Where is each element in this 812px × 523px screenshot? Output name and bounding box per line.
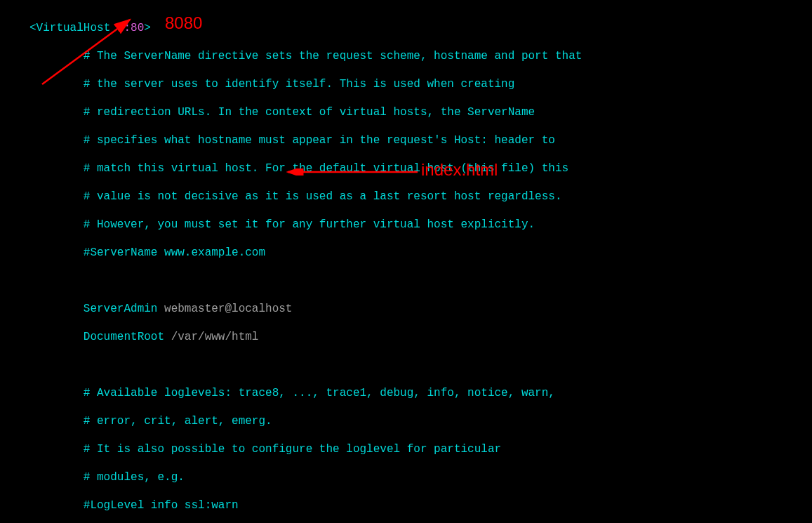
- code-line: # modules, e.g.: [29, 470, 812, 484]
- code-line: # It is also possible to configure the l…: [29, 442, 812, 456]
- code-line: #LogLevel info ssl:warn: [29, 498, 812, 512]
- code-line: # the server uses to identify itself. Th…: [29, 77, 812, 91]
- code-editor[interactable]: <VirtualHost *:80> # The ServerName dire…: [0, 7, 812, 523]
- code-line: # Available loglevels: trace8, ..., trac…: [29, 386, 812, 400]
- code-line: # The ServerName directive sets the requ…: [29, 49, 812, 63]
- code-line: DocumentRoot /var/www/html: [29, 330, 812, 344]
- code-line: #ServerName www.example.com: [29, 246, 812, 260]
- code-line: [29, 358, 812, 372]
- code-line: # match this virtual host. For the defau…: [29, 161, 812, 176]
- code-line: # specifies what hostname must appear in…: [29, 133, 812, 147]
- code-line: # However, you must set it for any furth…: [29, 218, 812, 232]
- code-line: # error, crit, alert, emerg.: [29, 414, 812, 428]
- code-line: <VirtualHost *:80>: [29, 21, 812, 35]
- code-line: # value is not decisive as it is used as…: [29, 190, 812, 204]
- code-line: ServerAdmin webmaster@localhost: [29, 302, 812, 316]
- code-line: # redirection URLs. In the context of vi…: [29, 105, 812, 119]
- code-line: [29, 274, 812, 288]
